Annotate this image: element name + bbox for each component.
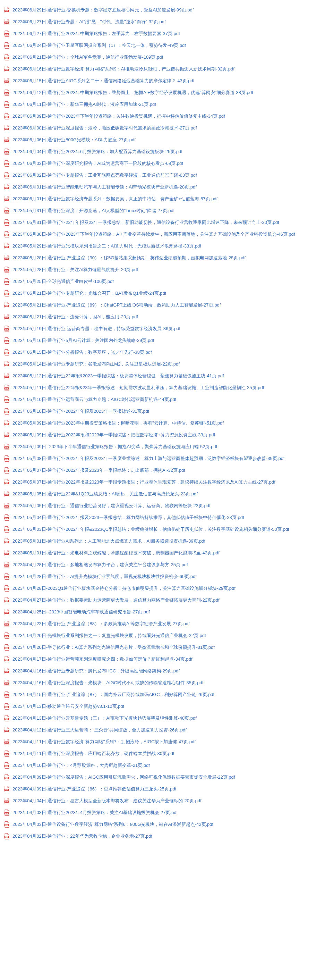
file-link[interactable]: 2023年05月12日-通信行业22年报&2023一季报综述：板块整体经营稳健，…	[13, 373, 224, 379]
file-link[interactable]: 2023年06月03日-通信行业深度研究报告：AI或为运营商下一阶段的核心看点-…	[13, 161, 183, 167]
file-link[interactable]: 2023年04月15日-通信行业-产业追踪（87）：国内外云厂商持续加码AIGC…	[13, 692, 214, 698]
file-link[interactable]: 2023年05月05日-通信行业：通信行业经营良好，建议重视云计算、运营商、物联…	[13, 503, 211, 509]
file-link[interactable]: 2023年06月24日-通信行业卫星互联网掘金系列（1）：空天地一体，蓄势待发-…	[13, 42, 186, 49]
svg-text:PDF: PDF	[5, 376, 8, 378]
pdf-icon: PDF	[4, 54, 10, 60]
file-link[interactable]: 2023年04月04日-通信行业：盘古大模型全新版本即将发布，建议关注华为产业链…	[13, 798, 201, 804]
file-row: PDF 2023年05月07日-通信行业2022年报及2023年一季报综述：走出…	[4, 466, 329, 475]
file-link[interactable]: 2023年06月15日-通信行业AIGC系列之二十：通信网络延迟基础算力的摩尔定…	[13, 78, 194, 84]
file-link[interactable]: 2023年05月21日-通信行业：边缘计算，因AI，能应用-29页.pdf	[13, 314, 138, 320]
svg-text:PDF: PDF	[5, 636, 8, 637]
file-link[interactable]: 2023年05月19日-通信行业-运营商专题：稳中有进，持续受益数字经济发展-3…	[13, 326, 180, 332]
file-link[interactable]: 2023年05月21日-通信行业专题研究：光峰会召开，BAT发布Q1业绩-24页…	[13, 290, 166, 296]
file-link[interactable]: 2023年04月17日-通信行业运营商系列深度研究之四：数据如何定价？新红利起点…	[13, 656, 192, 662]
file-link[interactable]: 2023年05月28日-通信行业：关注AI算力链最气度提升-20页.pdf	[13, 267, 138, 273]
file-link[interactable]: 2023年04月03日-通信设备行业数字经济"算力网络"系列6：800G光模块，…	[13, 821, 213, 827]
pdf-icon: PDF	[4, 7, 10, 13]
file-link[interactable]: 2023年04月02日-通信行业：22年华为营收企稳，企业业务增-27页.pdf	[13, 833, 152, 839]
file-link[interactable]: 2023年05月01日-通信行业AI系列之：人工智能之火点燃算力需求，AI服务器…	[13, 538, 205, 544]
file-link[interactable]: 2023年05月03日-通信行业2022年年报&2023Q1季报总结：业绩稳健增…	[13, 526, 289, 533]
pdf-icon: PDF	[4, 42, 10, 49]
file-link[interactable]: 2023年04月28日-2023Q1通信行业板块基金持仓分析：持仓市值明显提升，…	[13, 585, 236, 592]
svg-text:PDF: PDF	[5, 765, 8, 767]
file-link[interactable]: 2023年04月20日-半导体行业：AI算力系列之光通信用光芯片，受益流量增长和…	[13, 644, 215, 651]
pdf-icon: PDF	[4, 231, 10, 237]
file-link[interactable]: 2023年05月09日-通信行业2023年中期投资策略报告：柳暗花明，再看"云计…	[13, 420, 224, 426]
file-link[interactable]: 2023年06月29日-通信行业-交换机专题：数字经济底座核心网元，受益AI加速…	[13, 7, 193, 13]
file-link[interactable]: 2023年04月10日-通信行业：4月荐股策略，大势所趋新变革-21页.pdf	[13, 762, 150, 768]
svg-text:PDF: PDF	[5, 164, 8, 165]
file-link[interactable]: 2023年05月30日-通信行业2023年下半年投资策略：AI+产业变革持续发生…	[13, 231, 295, 237]
file-link[interactable]: 2023年04月11日-通信行业数字经济"算力网络"系列7：拥抱液冷，AIGC按…	[13, 739, 196, 745]
file-link[interactable]: 2023年04月12日-通信行业三大运营商："三朵云"共同绽放，合力加速算力投资…	[13, 727, 187, 733]
pdf-icon: PDF	[4, 78, 10, 84]
file-link[interactable]: 2023年05月07日-通信行业2022年报及2023年一季报专题报告：行业整体…	[13, 479, 276, 485]
file-link[interactable]: 2023年06月09日-通信行业2023年下半年投资策略：关注数通投资机遇，把握…	[13, 113, 225, 119]
file-link[interactable]: 2023年05月29日-通信行业光模块系列报告之二：AI算力时代，光模块新技术浪…	[13, 243, 201, 249]
file-link[interactable]: 2023年05月05日-通信行业22年&1Q23业绩总结：AI崛起，关注低估值与…	[13, 491, 198, 497]
file-link[interactable]: 2023年04月13日-通信行业云基建专题（三）：AI驱动下光模块趋势展望及弹性…	[13, 715, 197, 721]
file-link[interactable]: 2023年04月09日-通信行业-产业追踪（86）：重点推荐低估值算力三龙头-2…	[13, 786, 176, 792]
file-link[interactable]: 2023年05月28日-通信行业-产业追踪（90）：移5G基站集采超预期，英伟达…	[13, 255, 246, 261]
file-row: PDF 2023年05月09日--2023年下半年通信行业策略报告：拥抱AI变革…	[4, 442, 329, 451]
file-link[interactable]: 2023年04月28日-通信行业：AI提升光模块行业景气度，重视光模块板块性投资…	[13, 573, 197, 580]
file-link[interactable]: 2023年06月02日-通信行业专题报告：工业互联网点亮数字经济，工业通信前景广…	[13, 172, 197, 178]
file-link[interactable]: 2023年05月04日-通信行业2022年报及2023一季报总结：算力网络持续推…	[13, 514, 244, 521]
svg-text:PDF: PDF	[5, 600, 8, 602]
file-link[interactable]: 2023年05月10日-通信行业2022年年报及2023年一季报综述-31页.p…	[13, 408, 149, 415]
file-link[interactable]: 2023年04月28日-通信行业：多地相继发布算力平台，建议关注平台建设参与方-…	[13, 562, 188, 568]
file-link[interactable]: 2023年05月10日-通信行业运营商云与算力专题：AIGC时代运营商新机遇-4…	[13, 396, 176, 403]
file-link[interactable]: 2023年06月04日-通信行业2023年6月投资策略：加大配置算力基础设施板块…	[13, 149, 182, 155]
file-link[interactable]: 2023年06月01日-通信行业数字经济专题系列：数据要素，真正的中特估，资产金…	[13, 196, 217, 202]
file-link[interactable]: 2023年04月23日-通信行业-产业追踪（88）：多政策推动AI等数字经济产业…	[13, 621, 190, 627]
file-row: PDF 2023年06月04日-通信行业2023年6月投资策略：加大配置算力基础…	[4, 147, 329, 156]
file-link[interactable]: 2023年04月11日-通信行业深度报告：应用端百花齐放，硬件端本质拼战-30页…	[13, 751, 174, 757]
pdf-icon: PDF	[4, 703, 10, 710]
svg-text:PDF: PDF	[5, 305, 8, 307]
file-link[interactable]: 2023年05月09日--2023年下半年通信行业策略报告：拥抱AI变革，聚焦算…	[13, 444, 217, 450]
file-link[interactable]: 2023年06月21日-通信行业：全球AI军备竞赛，通信行业蓬勃发展-109页.…	[13, 54, 163, 60]
pdf-icon: PDF	[4, 609, 10, 615]
file-row: PDF 2023年05月03日-通信行业2022年年报&2023Q1季报总结：业…	[4, 525, 329, 534]
pdf-icon: PDF	[4, 680, 10, 686]
file-link[interactable]: 2023年06月12日-通信行业2023年中期策略报告：乘势而上，把握AI+数字…	[13, 89, 253, 96]
file-link[interactable]: 2023年06月01日-通信行业智能电动汽车与人工智能专题：AI带动光模块产业新…	[13, 184, 197, 190]
pdf-icon: PDF	[4, 491, 10, 497]
pdf-icon: PDF	[4, 385, 10, 391]
file-link[interactable]: 2023年05月07日-通信行业2022年报及2023年一季报综述：走出底部，拥…	[13, 467, 185, 474]
svg-text:PDF: PDF	[5, 541, 8, 543]
file-link[interactable]: 2023年05月25日-全球光通信产业白皮书-106页.pdf	[13, 278, 114, 285]
file-link[interactable]: 2023年05月16日-通信行业5月AI云计算：关注国内外龙头战略-39页.pd…	[13, 337, 154, 344]
file-link[interactable]: 2023年05月01日-通信行业：光电材料之观鲸碱，薄膜铌酸锂技术突破，调制器国…	[13, 550, 220, 556]
file-link[interactable]: 2023年04月16日-通信行业深度报告：光模块，AIGC时代不可或缺的传输管道…	[13, 680, 203, 686]
file-link[interactable]: 2023年04月25日--2023中国智能电动汽车车载通信研究报告-27页.pd…	[13, 609, 150, 615]
file-link[interactable]: 2023年06月27日-通信行业2023年中期策略报告：左手算力，右手数据要素-…	[13, 30, 180, 37]
file-link[interactable]: 2023年04月03日-通信行业2023年4月投资策略：关注AI基础设施投资机会…	[13, 810, 178, 816]
pdf-icon: PDF	[4, 644, 10, 651]
file-link[interactable]: 2023年04月09日-通信行业深度报告：AIGC应用引爆流量需求，网络可视化保…	[13, 774, 235, 780]
file-row: PDF 2023年06月16日-通信行业数字经济"算力网络"系列9：AI推动液冷…	[4, 65, 329, 73]
file-link[interactable]: 2023年06月27日-通信行业专题：AI"潜"见，"时代、流量"逆水"而行"-…	[13, 19, 166, 25]
pdf-icon: PDF	[4, 715, 10, 721]
file-link[interactable]: 2023年05月09日-通信行业2022年报和2023年一季报综述：把握数字经济…	[13, 432, 215, 438]
file-link[interactable]: 2023年06月06日-通信行业800G光模块：AI算力底座-27页.pdf	[13, 137, 136, 143]
file-link[interactable]: 2023年04月13日-移动通信跨云安全新趋势v3.1-12页.pdf	[13, 703, 124, 710]
file-link[interactable]: 2023年05月14日-通信行业专题研究：谷歌发布PaLM2，关注卫星板块进展-…	[13, 361, 180, 367]
file-row: PDF 2023年06月09日-通信行业2023年下半年投资策略：关注数通投资机…	[4, 112, 329, 121]
file-link[interactable]: 2023年06月16日-通信行业数字经济"算力网络"系列9：AI推动液冷从0到1…	[13, 66, 235, 72]
file-link[interactable]: 2023年05月31日-通信行业深度：开源竞速，AI大模型的"Linux时刻"降…	[13, 208, 174, 214]
file-row: PDF 2023年04月28日-通信行业：多地相继发布算力平台，建议关注平台建设…	[4, 560, 329, 570]
file-link[interactable]: 2023年04月20日-光模块行业系列报告之一：复盘光模块发展，持续看好光通信产…	[13, 633, 206, 639]
file-link[interactable]: 2023年04月27日-通信行业：数据要素助力运营商更大发展，通信算力网络产业链…	[13, 597, 220, 603]
file-link[interactable]: 2023年05月21日-通信行业-产业追踪（89）：ChatGPT上线iOS移动…	[13, 302, 220, 308]
file-link[interactable]: 2023年05月11日-通信行业22年报&23年一季报综述：短期需求波动盈利承压…	[13, 385, 264, 391]
file-row: PDF 2023年05月31日-通信行业22年年报及23年一季报总结：新旧动能切…	[4, 218, 329, 227]
file-link[interactable]: 2023年05月08日-通信行业2022年年报及2023年一季度业绩综述：算力上…	[13, 455, 284, 462]
svg-text:PDF: PDF	[5, 105, 8, 106]
file-link[interactable]: 2023年05月31日-通信行业22年年报及23年一季报总结：新旧动能切换，通信…	[13, 220, 279, 226]
file-link[interactable]: 2023年06月11日-通信行业：新华三拥抱AI时代，液冷应用加速-21页.pd…	[13, 101, 156, 108]
file-link[interactable]: 2023年05月15日-通信行业分析报告：数字基座，光／年先行-38页.pdf	[13, 349, 152, 355]
file-link[interactable]: 2023年04月16日-通信行业专题研究：腾讯发布HCC，升级高性能网络架构-2…	[13, 668, 180, 674]
file-link[interactable]: 2023年06月08日-通信行业深度报告：液冷，顺应低碳数字时代需求的高效冷却技…	[13, 125, 197, 131]
file-row: PDF 2023年06月29日-通信行业-交换机专题：数字经济底座核心网元，受益…	[4, 6, 329, 14]
